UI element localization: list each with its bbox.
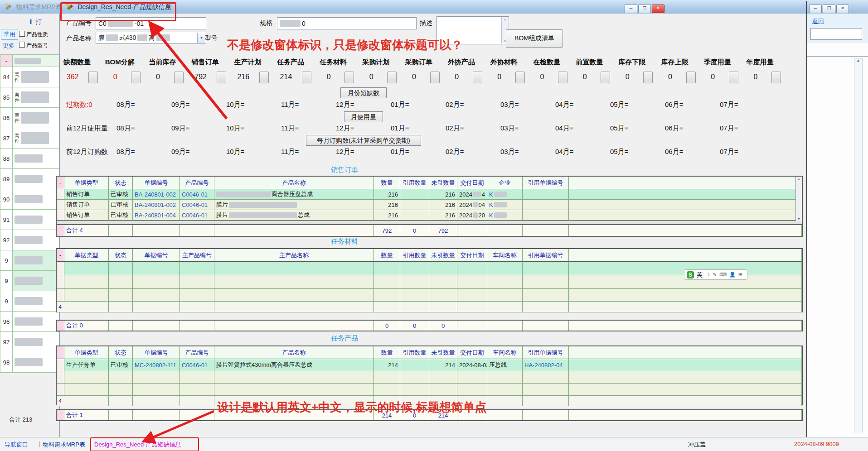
- chevron-down-icon[interactable]: ▼: [197, 33, 205, 43]
- ellipsis-button[interactable]: …: [686, 72, 696, 83]
- maximize-icon[interactable]: ❐: [638, 5, 651, 13]
- product-nature-checkbox[interactable]: 产品性质: [19, 31, 48, 38]
- month-section-button[interactable]: 月使用量: [344, 111, 383, 122]
- close-icon[interactable]: ✕: [652, 5, 664, 13]
- cell-text[interactable]: BA-240801-002: [135, 202, 176, 208]
- month-value-label: 05月=: [610, 124, 628, 133]
- total-cell: 合计 0: [64, 321, 109, 331]
- print-link[interactable]: ⬇ 打: [28, 18, 42, 26]
- list-item[interactable]: 84离件: [0, 67, 59, 87]
- cell-text[interactable]: HA-240802-04: [524, 362, 563, 369]
- table-row[interactable]: [57, 384, 802, 396]
- ellipsis-button[interactable]: …: [302, 72, 311, 83]
- ellipsis-button[interactable]: …: [88, 72, 98, 83]
- ellipsis-button[interactable]: …: [515, 72, 525, 83]
- right-panel-input[interactable]: [810, 28, 862, 40]
- cell-text[interactable]: C0046-01: [182, 362, 208, 369]
- summary-header-label: 库存下限: [618, 58, 645, 66]
- list-item[interactable]: 92: [0, 230, 59, 250]
- cell: 已审核: [109, 210, 133, 221]
- cell-text[interactable]: K: [489, 212, 493, 219]
- pen-icon[interactable]: ✎: [713, 272, 717, 278]
- list-item[interactable]: 86离件: [0, 108, 59, 128]
- ellipsis-button[interactable]: …: [217, 72, 226, 83]
- list-item[interactable]: 9: [0, 291, 59, 312]
- cell-text[interactable]: K: [489, 202, 493, 208]
- summary-value: 0: [696, 71, 730, 83]
- table-row[interactable]: 销售订单已审核BA-240801-002C0046-01膜片2162162024…: [57, 200, 802, 210]
- ellipsis-button[interactable]: …: [601, 72, 610, 83]
- cell: MC-240802-111: [133, 359, 180, 371]
- table-row[interactable]: [57, 289, 802, 302]
- table-row[interactable]: 销售订单已审核BA-240801-004C0046-01膜片总成21621620…: [57, 210, 802, 221]
- list-item[interactable]: 87离件: [0, 128, 59, 149]
- summary-column-header: 库存上限: [653, 58, 696, 67]
- cell: 216: [374, 200, 400, 210]
- list-item[interactable]: 89: [0, 169, 59, 189]
- table-row[interactable]: [57, 371, 802, 384]
- cell-text[interactable]: C0046-01: [182, 212, 208, 219]
- month-section-button[interactable]: 月份短缺数: [340, 87, 387, 98]
- cell-text[interactable]: C0046-01: [182, 202, 208, 208]
- list-item[interactable]: 91: [0, 210, 59, 230]
- month-value-label: 12月=: [336, 101, 354, 109]
- list-item[interactable]: 96: [0, 312, 59, 332]
- grid-icon[interactable]: ⊞: [738, 272, 742, 278]
- cell-text[interactable]: BA-240801-002: [135, 191, 176, 198]
- table-row[interactable]: 销售订单已审核BA-240801-002C0046-01离合器压盘总成21621…: [57, 189, 802, 200]
- user-icon[interactable]: 👤: [729, 272, 736, 278]
- minimize-icon[interactable]: ─: [625, 5, 637, 13]
- list-item[interactable]: 85离件: [0, 87, 59, 108]
- table-row[interactable]: 生产任务单已审核MC-240802-111C0046-01膜片弹簧拉式430mm…: [57, 359, 802, 371]
- ellipsis-button[interactable]: …: [131, 72, 141, 83]
- ellipsis-button[interactable]: …: [771, 72, 781, 83]
- ellipsis-button[interactable]: …: [643, 72, 653, 83]
- back-link[interactable]: 返回: [812, 17, 824, 25]
- table-scrollbar[interactable]: ▲▼: [795, 177, 802, 221]
- ime-toolbar[interactable]: S 英 ☽ ✎ ⌨ 👤 ⊞: [684, 269, 747, 280]
- list-item[interactable]: 90: [0, 189, 59, 210]
- cell-text: 主产品名称: [279, 251, 309, 259]
- mrp-window-title-text: 物料需求MRP表: [16, 3, 62, 10]
- list-item[interactable]: 9: [0, 250, 59, 271]
- cell: [64, 371, 109, 384]
- keyboard-icon[interactable]: ⌨: [719, 272, 727, 278]
- ellipsis-button[interactable]: …: [558, 72, 567, 83]
- app-minimize-icon[interactable]: ─: [809, 5, 822, 13]
- blurred-text: [15, 195, 43, 203]
- common-button[interactable]: 常用: [1, 29, 18, 40]
- cell-text[interactable]: C0046-01: [182, 191, 208, 198]
- app-close-icon[interactable]: ✕: [836, 5, 849, 13]
- cell: [569, 396, 802, 406]
- cell-text[interactable]: MC-240802-111: [135, 362, 176, 369]
- ellipsis-button[interactable]: …: [344, 72, 354, 83]
- taskbar-mrp-window[interactable]: 物料需求MRP表: [43, 441, 85, 449]
- column-header: 产品编号: [180, 177, 214, 189]
- cell-text[interactable]: K: [489, 191, 493, 198]
- more-link[interactable]: 更多: [3, 42, 15, 50]
- list-item[interactable]: 9: [0, 271, 59, 291]
- ellipsis-button[interactable]: …: [473, 72, 482, 83]
- list-item[interactable]: 88: [0, 149, 59, 169]
- ellipsis-button[interactable]: …: [430, 72, 440, 83]
- ellipsis-button[interactable]: …: [259, 72, 269, 83]
- bom-list-button[interactable]: BOM组成清单: [506, 29, 563, 48]
- ellipsis-button[interactable]: …: [174, 72, 184, 83]
- month-value-label: 02月=: [446, 124, 464, 133]
- month-section-button[interactable]: 每月订购数(未计算采购单交货期): [306, 135, 421, 146]
- cell-text[interactable]: BA-240801-004: [135, 212, 176, 219]
- cell-text: 交付日期: [461, 179, 484, 187]
- ellipsis-button[interactable]: …: [387, 72, 397, 83]
- product-name-combo[interactable]: 膜 式430 离 ▼: [96, 32, 206, 44]
- ellipsis-button[interactable]: …: [729, 72, 738, 83]
- moon-icon[interactable]: ☽: [705, 272, 710, 278]
- list-item[interactable]: 97: [0, 332, 59, 352]
- product-model-checkbox[interactable]: 产品型号: [19, 42, 48, 49]
- list-item[interactable]: 98: [0, 352, 59, 373]
- right-scrollbar[interactable]: ▲: [854, 58, 863, 433]
- taskbar-nav-window[interactable]: 导航窗口: [5, 441, 28, 449]
- ime-language[interactable]: 英: [697, 271, 703, 279]
- spec-input[interactable]: 0: [277, 17, 417, 29]
- summary-column-value: 792…: [184, 71, 227, 84]
- app-maximize-icon[interactable]: ❐: [823, 5, 835, 13]
